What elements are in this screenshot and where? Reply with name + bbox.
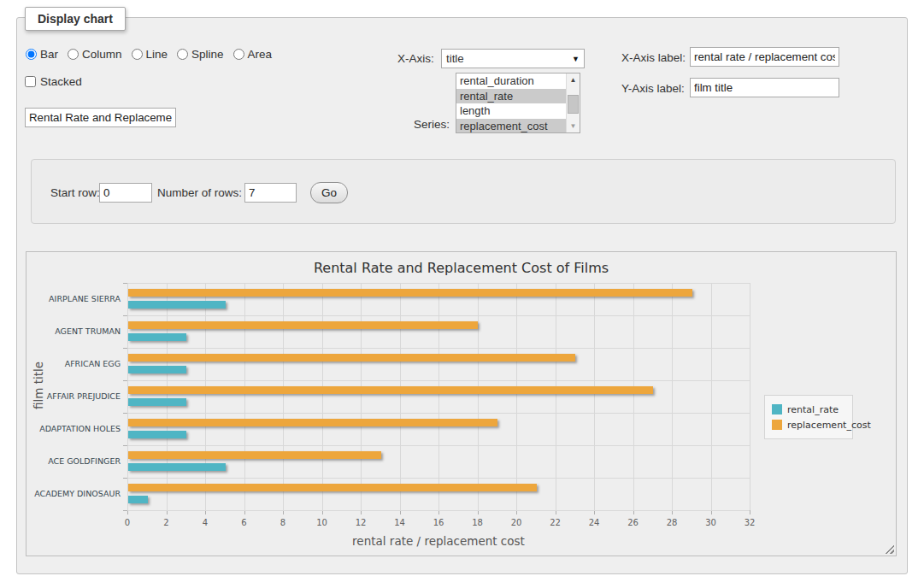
chart-type-radio-group: BarColumnLineSplineArea xyxy=(26,48,272,61)
gridline-horizontal xyxy=(127,315,750,316)
stacked-checkbox[interactable] xyxy=(25,76,36,87)
x-tick-label: 14 xyxy=(385,518,415,527)
series-option-replacement_cost[interactable]: replacement_cost xyxy=(456,119,566,134)
x-axis-tick xyxy=(594,511,595,514)
x-axis-tick xyxy=(516,511,517,514)
chart-type-radio-bar[interactable] xyxy=(26,49,37,60)
chart-type-radio-spline[interactable] xyxy=(177,49,188,60)
chart-bar-rental_rate xyxy=(128,366,186,373)
x-axis-selected-value: title xyxy=(446,52,572,65)
x-tick-label: 28 xyxy=(656,518,687,527)
num-rows-label: Number of rows: xyxy=(157,186,242,199)
series-option-rental_duration[interactable]: rental_duration xyxy=(456,73,566,89)
chart-title-input[interactable] xyxy=(25,108,176,127)
chart-type-radio-column[interactable] xyxy=(68,49,79,60)
chart-type-option-bar[interactable]: Bar xyxy=(26,48,58,61)
chart-type-radio-area[interactable] xyxy=(233,49,244,60)
chart-legend: rental_ratereplacement_cost xyxy=(764,395,853,439)
y-axis-tick xyxy=(123,445,127,446)
resize-handle-icon[interactable] xyxy=(885,544,894,554)
start-row-input[interactable] xyxy=(99,183,152,203)
y-axis-label-caption: Y-Axis label: xyxy=(621,82,685,95)
x-axis-tick xyxy=(244,511,245,514)
x-tick-label: 22 xyxy=(540,518,571,527)
chart-type-label: Spline xyxy=(191,48,224,61)
chart-bar-replacement_cost xyxy=(128,451,381,459)
chart-type-option-area[interactable]: Area xyxy=(233,48,273,61)
x-tick-label: 0 xyxy=(112,518,143,527)
row-controls-panel: Start row: Number of rows: Go xyxy=(31,159,896,224)
category-label: AFRICAN EGG xyxy=(28,359,121,368)
gridline-horizontal xyxy=(127,413,750,414)
gridline-horizontal xyxy=(127,445,750,446)
gridline-vertical xyxy=(322,283,323,510)
x-tick-label: 12 xyxy=(345,518,376,527)
x-axis-label-caption: X-Axis label: xyxy=(621,51,686,64)
scrollbar-up-icon[interactable]: ▲ xyxy=(567,76,580,84)
gridline-vertical xyxy=(361,283,362,510)
chart-type-option-column[interactable]: Column xyxy=(68,48,122,61)
chart-bar-rental_rate xyxy=(128,301,226,309)
y-axis-tick xyxy=(123,315,127,316)
legend-label: replacement_cost xyxy=(787,420,871,431)
chart-bar-rental_rate xyxy=(128,496,148,503)
chart-type-radio-line[interactable] xyxy=(132,49,143,60)
chart-bar-replacement_cost xyxy=(128,289,692,297)
series-option-rental_rate[interactable]: rental_rate xyxy=(456,89,566,104)
chart-type-label: Line xyxy=(146,48,168,61)
chart-bar-rental_rate xyxy=(128,463,226,471)
y-axis-tick xyxy=(123,413,127,414)
chart-bar-rental_rate xyxy=(128,431,186,438)
x-tick-label: 18 xyxy=(462,518,493,527)
gridline-vertical xyxy=(400,283,401,510)
chart-bar-replacement_cost xyxy=(128,321,478,329)
x-tick-label: 26 xyxy=(618,518,649,527)
chart-type-option-line[interactable]: Line xyxy=(132,48,168,61)
chart-type-label: Column xyxy=(82,48,122,61)
gridline-vertical xyxy=(478,283,479,510)
chart-bar-rental_rate xyxy=(128,398,186,406)
x-axis-label-input[interactable] xyxy=(690,47,839,67)
chart-title: Rental Rate and Replacement Cost of Film… xyxy=(26,260,896,276)
x-tick-label: 10 xyxy=(307,518,338,527)
x-axis-select-label: X-Axis: xyxy=(397,52,434,65)
num-rows-input[interactable] xyxy=(244,183,297,203)
x-axis-select[interactable]: title ▼ xyxy=(441,49,585,68)
series-select-label: Series: xyxy=(414,118,450,131)
chart-type-label: Area xyxy=(248,48,273,61)
x-axis-tick xyxy=(750,511,750,514)
scrollbar-down-icon[interactable]: ▼ xyxy=(567,122,580,130)
x-axis-tick xyxy=(438,511,439,514)
gridline-horizontal xyxy=(127,380,750,381)
x-axis-tick xyxy=(633,511,634,514)
chart-type-option-spline[interactable]: Spline xyxy=(177,48,224,61)
legend-item-replacement_cost[interactable]: replacement_cost xyxy=(772,418,845,432)
gridline-vertical xyxy=(205,283,206,510)
series-listbox[interactable]: rental_durationrental_ratelengthreplacem… xyxy=(456,73,580,133)
gridline-vertical xyxy=(127,283,128,510)
scrollbar-thumb[interactable] xyxy=(568,95,579,114)
category-label: ACADEMY DINOSAUR xyxy=(28,489,121,498)
stacked-checkbox-row[interactable]: Stacked xyxy=(25,75,82,88)
y-axis-label-input[interactable] xyxy=(690,78,839,97)
gridline-vertical xyxy=(438,283,439,510)
category-label: ACE GOLDFINGER xyxy=(28,456,121,466)
x-axis-tick xyxy=(478,511,479,514)
legend-item-rental_rate[interactable]: rental_rate xyxy=(772,403,845,416)
chart-bar-replacement_cost xyxy=(128,419,497,426)
chart-bar-rental_rate xyxy=(128,333,186,341)
x-tick-label: 30 xyxy=(696,518,727,527)
gridline-horizontal xyxy=(127,348,750,349)
gridline-vertical xyxy=(672,283,673,510)
category-label: ADAPTATION HOLES xyxy=(28,424,121,433)
go-button[interactable]: Go xyxy=(310,182,348,203)
x-tick-label: 20 xyxy=(501,518,532,527)
start-row-label: Start row: xyxy=(50,186,100,199)
series-option-length[interactable]: length xyxy=(456,103,566,119)
chart-panel: Rental Rate and Replacement Cost of Film… xyxy=(26,251,897,556)
chart-type-label: Bar xyxy=(40,48,58,61)
plot-area: 02468101214161820222426283032AIRPLANE SI… xyxy=(127,283,750,510)
x-tick-label: 8 xyxy=(268,518,298,527)
series-scrollbar[interactable]: ▲ ▼ xyxy=(566,73,580,132)
gridline-horizontal xyxy=(127,510,750,511)
